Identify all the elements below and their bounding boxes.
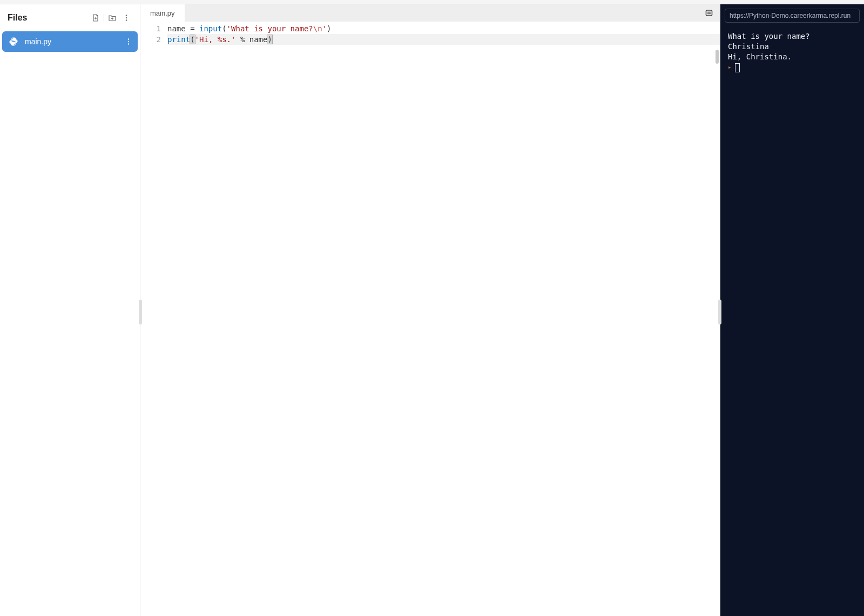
- ide-container: Files: [0, 4, 864, 616]
- line-number: 2: [140, 34, 161, 45]
- new-file-icon: [91, 13, 100, 22]
- editor-options-button[interactable]: [704, 8, 714, 18]
- editor-tabs: main.py: [140, 4, 720, 22]
- toolbar-divider: [104, 14, 104, 22]
- wrap-icon: [705, 9, 713, 17]
- sidebar-title: Files: [8, 13, 27, 23]
- editor-scrollbar[interactable]: [716, 50, 719, 64]
- svg-point-8: [128, 41, 129, 42]
- line-number: 1: [140, 23, 161, 34]
- files-sidebar: Files: [0, 4, 140, 616]
- new-folder-icon: [108, 13, 117, 22]
- terminal-output-line: What is your name?: [728, 31, 856, 42]
- prompt-arrow-icon: ▸: [728, 64, 732, 72]
- terminal-cursor: [735, 63, 740, 72]
- terminal-panel: https://Python-Demo.careerkarma.repl.run…: [720, 4, 864, 616]
- svg-point-9: [128, 43, 129, 44]
- code-line-2[interactable]: print('Hi, %s.' % name): [167, 34, 720, 45]
- resize-handle-right[interactable]: [718, 300, 721, 324]
- terminal-output-line: Christina: [728, 42, 856, 52]
- more-vertical-icon: [123, 14, 130, 22]
- file-more-button[interactable]: [124, 37, 133, 46]
- svg-point-5: [126, 17, 127, 18]
- svg-point-7: [128, 38, 129, 39]
- editor-body[interactable]: 1 2 name = input('What is your name?\n')…: [140, 22, 720, 616]
- new-folder-button[interactable]: [106, 12, 118, 24]
- line-gutter: 1 2: [140, 22, 167, 616]
- terminal-url-bar[interactable]: https://Python-Demo.careerkarma.repl.run: [725, 9, 860, 23]
- file-name: main.py: [25, 37, 51, 46]
- new-file-button[interactable]: [90, 12, 102, 24]
- code-line-1[interactable]: name = input('What is your name?\n'): [167, 23, 720, 34]
- resize-handle-left[interactable]: [139, 300, 142, 324]
- code-area[interactable]: name = input('What is your name?\n') pri…: [167, 22, 720, 616]
- more-vertical-icon: [125, 38, 132, 45]
- svg-rect-10: [706, 10, 712, 16]
- sidebar-actions: [90, 12, 132, 24]
- tab-main-py[interactable]: main.py: [140, 4, 185, 22]
- terminal-output-line: Hi, Christina.: [728, 52, 856, 62]
- svg-point-4: [126, 15, 127, 16]
- python-icon: [9, 37, 18, 46]
- editor-panel: main.py 1 2 name = input('What is your n…: [140, 4, 720, 616]
- terminal-prompt[interactable]: ▸: [728, 63, 856, 72]
- terminal-body[interactable]: What is your name? Christina Hi, Christi…: [720, 25, 864, 616]
- sidebar-header: Files: [2, 8, 138, 31]
- svg-point-6: [126, 19, 127, 21]
- sidebar-more-button[interactable]: [120, 12, 132, 24]
- file-item-main-py[interactable]: main.py: [2, 31, 138, 52]
